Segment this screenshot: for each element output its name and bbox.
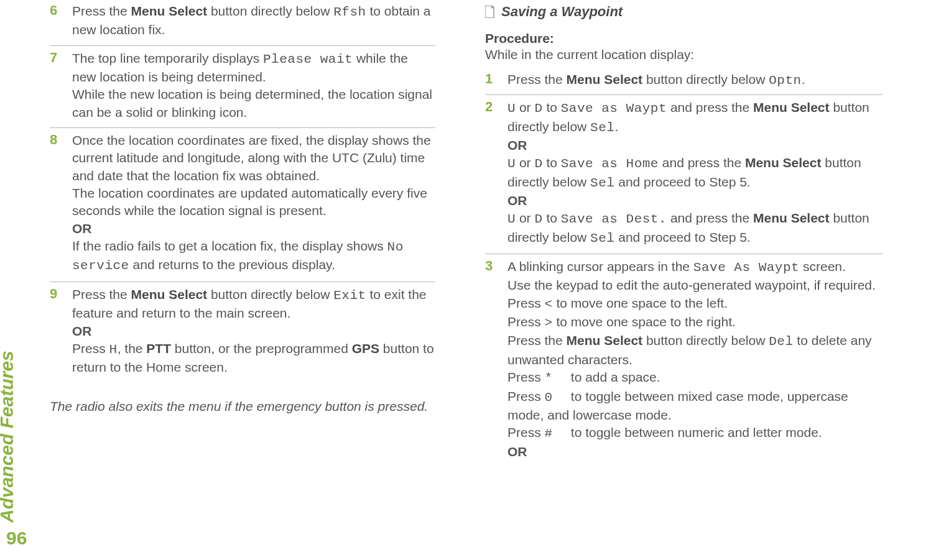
section-heading: Saving a Waypoint bbox=[485, 4, 883, 20]
page-number: 96 bbox=[6, 528, 27, 549]
section-heading-text: Saving a Waypoint bbox=[501, 4, 623, 20]
step-item: 9 Press the Menu Select button directly … bbox=[50, 286, 435, 383]
procedure-subtext: While in the current location display: bbox=[485, 47, 883, 62]
step-body: Once the location coordinates are fixed,… bbox=[72, 132, 435, 275]
step-body: A blinking cursor appears in the Save As… bbox=[507, 258, 883, 461]
right-step-list: 1 Press the Menu Select button directly … bbox=[485, 71, 883, 467]
step-item: 3 A blinking cursor appears in the Save … bbox=[485, 258, 883, 467]
procedure-label: Procedure: bbox=[485, 31, 883, 46]
document-icon bbox=[485, 6, 495, 18]
section-label: Advanced Features bbox=[0, 351, 17, 523]
step-item: 6 Press the Menu Select button directly … bbox=[50, 2, 435, 46]
step-number: 8 bbox=[50, 132, 57, 148]
step-item: 8 Once the location coordinates are fixe… bbox=[50, 132, 435, 282]
step-item: 2 U or D to Save as Waypt and press the … bbox=[485, 99, 883, 254]
left-column: 6 Press the Menu Select button directly … bbox=[50, 2, 435, 470]
step-body: Press the Menu Select button directly be… bbox=[72, 286, 435, 377]
step-body: The top line temporarily displays Please… bbox=[72, 50, 435, 121]
step-body: Press the Menu Select button directly be… bbox=[72, 2, 435, 39]
step-item: 7 The top line temporarily displays Plea… bbox=[50, 50, 435, 128]
step-body: U or D to Save as Waypt and press the Me… bbox=[507, 99, 883, 247]
footnote: The radio also exits the menu if the eme… bbox=[50, 398, 435, 415]
step-body: Press the Menu Select button directly be… bbox=[507, 71, 883, 90]
manual-page: Advanced Features 96 6 Press the Menu Se… bbox=[0, 0, 936, 560]
step-number: 9 bbox=[50, 286, 57, 302]
step-number: 7 bbox=[50, 50, 57, 66]
step-number: 2 bbox=[485, 99, 493, 115]
step-number: 1 bbox=[485, 71, 493, 87]
step-item: 1 Press the Menu Select button directly … bbox=[485, 71, 883, 95]
right-column: Saving a Waypoint Procedure: While in th… bbox=[485, 2, 883, 470]
content-columns: 6 Press the Menu Select button directly … bbox=[37, 0, 899, 470]
step-number: 3 bbox=[485, 258, 493, 274]
step-number: 6 bbox=[50, 2, 57, 19]
left-step-list: 6 Press the Menu Select button directly … bbox=[50, 2, 435, 383]
